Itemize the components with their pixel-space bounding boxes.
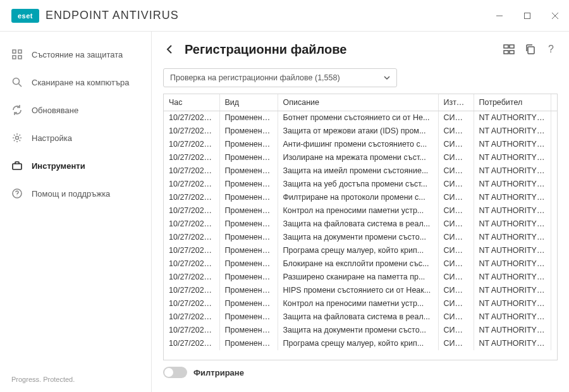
table-row[interactable]: 10/27/2022 ...Променена ...Програма срещ…: [164, 244, 557, 257]
sidebar-item-label: Сканиране на компютъра: [32, 78, 130, 87]
col-header-user[interactable]: Потребител: [474, 94, 551, 111]
table-row[interactable]: 10/27/2022 ...Променена ...Ботнет промен…: [164, 111, 557, 125]
cell-pad: [551, 125, 557, 138]
cell-pad: [551, 178, 557, 191]
sidebar-item-setup[interactable]: Настройка: [0, 124, 151, 152]
table-row[interactable]: 10/27/2022 ...Променена ...Защита на док…: [164, 231, 557, 244]
cell-time: 10/27/2022 ...: [164, 217, 219, 231]
minimize-button[interactable]: [486, 0, 513, 32]
cell-src: СИСТЕ...: [438, 178, 474, 191]
cell-pad: [551, 217, 557, 231]
cell-pad: [551, 284, 557, 297]
cell-src: СИСТЕ...: [438, 164, 474, 178]
col-header-pad: [551, 94, 557, 111]
sidebar-item-label: Инструменти: [32, 161, 85, 171]
cell-user: NT AUTHORITY\SY...: [474, 231, 551, 244]
sidebar-item-protection-status[interactable]: Състояние на защитата: [0, 40, 151, 68]
cell-pad: [551, 310, 557, 324]
close-button[interactable]: [541, 0, 569, 32]
cell-time: 10/27/2022 ...: [164, 257, 219, 271]
cell-user: NT AUTHORITY\SY...: [474, 204, 551, 217]
minimize-icon: [496, 12, 503, 20]
table-row[interactable]: 10/27/2022 ...Променена ...Защита на уеб…: [164, 178, 557, 191]
table-row[interactable]: 10/27/2022 ...Променена ...Разширено ска…: [164, 271, 557, 284]
copy-button[interactable]: [524, 43, 537, 56]
cell-type: Променена ...: [219, 151, 278, 164]
sidebar-item-label: Помощ и поддръжка: [32, 189, 110, 199]
cell-user: NT AUTHORITY\SY...: [474, 284, 551, 297]
copy-icon: [525, 44, 536, 55]
cell-desc: Програма срещу малуер, който крип...: [278, 244, 438, 257]
table-row[interactable]: 10/27/2022 ...Променена ...Защита от мре…: [164, 125, 557, 138]
sidebar-item-tools[interactable]: Инструменти: [0, 152, 151, 180]
cell-time: 10/27/2022 ...: [164, 231, 219, 244]
cell-desc: Разширено сканиране на паметта пр...: [278, 271, 438, 284]
table-row[interactable]: 10/27/2022 ...Променена ...Контрол на пр…: [164, 204, 557, 217]
cell-pad: [551, 244, 557, 257]
columns-icon: [503, 44, 515, 55]
col-header-type[interactable]: Вид: [219, 94, 278, 111]
table-row[interactable]: 10/27/2022 ...Променена ...Защита на име…: [164, 164, 557, 178]
footer-bar: Филтриране: [152, 360, 569, 384]
cell-desc: HIPS промени състоянието си от Неак...: [278, 284, 438, 297]
grid-icon: [11, 49, 23, 60]
log-type-select[interactable]: Проверка на регистрационни файлове (1,55…: [163, 68, 397, 87]
sidebar-item-label: Настройка: [32, 133, 72, 143]
back-button[interactable]: [162, 42, 177, 57]
gear-icon: [11, 132, 23, 144]
table-row[interactable]: 10/27/2022 ...Променена ...Защита на фай…: [164, 217, 557, 231]
svg-point-10: [16, 137, 19, 140]
table-row[interactable]: 10/27/2022 ...Променена ...Програма срещ…: [164, 337, 557, 350]
help-circle-icon: [11, 188, 23, 199]
cell-time: 10/27/2022 ...: [164, 138, 219, 151]
cell-time: 10/27/2022 ...: [164, 271, 219, 284]
cell-user: NT AUTHORITY\SY...: [474, 297, 551, 310]
cell-type: Променена ...: [219, 217, 278, 231]
table-row[interactable]: 10/27/2022 ...Променена ...Контрол на пр…: [164, 297, 557, 310]
col-header-desc[interactable]: Описание: [278, 94, 438, 111]
cell-type: Променена ...: [219, 284, 278, 297]
cell-time: 10/27/2022 ...: [164, 244, 219, 257]
table-row[interactable]: 10/27/2022 ...Променена ...HIPS промени …: [164, 284, 557, 297]
table-row[interactable]: 10/27/2022 ...Променена ...Защита на фай…: [164, 310, 557, 324]
sidebar-footer-tagline: Progress. Protected.: [0, 367, 151, 392]
cell-desc: Анти-фишинг промени състоянието с...: [278, 138, 438, 151]
sidebar-item-label: Обновяване: [32, 106, 78, 115]
cell-time: 10/27/2022 ...: [164, 151, 219, 164]
cell-pad: [551, 297, 557, 310]
maximize-button[interactable]: [513, 0, 541, 32]
svg-rect-18: [528, 47, 534, 54]
log-table[interactable]: Час Вид Описание Източн... Потребител 10…: [163, 94, 558, 360]
sidebar-item-help[interactable]: Помощ и поддръжка: [0, 180, 151, 207]
cell-pad: [551, 204, 557, 217]
cell-type: Променена ...: [219, 257, 278, 271]
cell-time: 10/27/2022 ...: [164, 111, 219, 125]
table-row[interactable]: 10/27/2022 ...Променена ...Блокиране на …: [164, 257, 557, 271]
table-row[interactable]: 10/27/2022 ...Променена ...Защита на док…: [164, 324, 557, 337]
cell-src: СИСТЕ...: [438, 297, 474, 310]
cell-time: 10/27/2022 ...: [164, 164, 219, 178]
header-actions: ?: [503, 43, 556, 56]
cell-type: Променена ...: [219, 324, 278, 337]
cell-desc: Филтриране на протоколи промени с...: [278, 191, 438, 204]
table-row[interactable]: 10/27/2022 ...Променена ...Анти-фишинг п…: [164, 138, 557, 151]
col-header-time[interactable]: Час: [164, 94, 219, 111]
sidebar-item-update[interactable]: Обновяване: [0, 96, 151, 124]
table-row[interactable]: 10/27/2022 ...Променена ...Изолиране на …: [164, 151, 557, 164]
cell-user: NT AUTHORITY\SY...: [474, 138, 551, 151]
chevron-left-icon: [166, 45, 173, 54]
table-header-row: Час Вид Описание Източн... Потребител: [164, 94, 557, 111]
svg-rect-5: [18, 50, 21, 53]
sidebar-item-scan[interactable]: Сканиране на компютъра: [0, 68, 151, 96]
help-button[interactable]: ?: [546, 44, 556, 55]
cell-desc: Контрол на преносими паметни устр...: [278, 204, 438, 217]
filter-toggle[interactable]: [163, 367, 187, 378]
cell-desc: Защита на файловата система в реал...: [278, 310, 438, 324]
svg-rect-1: [525, 13, 530, 18]
cell-user: NT AUTHORITY\SY...: [474, 191, 551, 204]
cell-time: 10/27/2022 ...: [164, 125, 219, 138]
columns-button[interactable]: [503, 43, 515, 56]
cell-pad: [551, 337, 557, 350]
col-header-src[interactable]: Източн...: [438, 94, 474, 111]
table-row[interactable]: 10/27/2022 ...Променена ...Филтриране на…: [164, 191, 557, 204]
